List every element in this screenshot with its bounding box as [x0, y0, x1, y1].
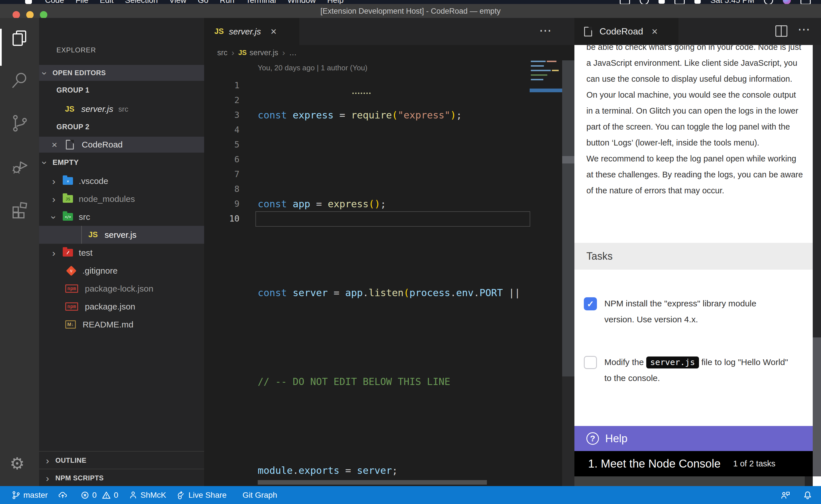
menu-go[interactable]: Go	[198, 0, 209, 4]
settings-gear-icon[interactable]: ⚙	[10, 454, 24, 474]
codelens-annotation[interactable]: You, 20 days ago | 1 author (You)	[258, 63, 367, 72]
scrollbar-thumb[interactable]	[562, 156, 574, 163]
code-line-5: const server = app.listen(process.env.PO…	[258, 285, 530, 300]
account-status[interactable]: ShMcK	[128, 491, 166, 500]
run-debug-icon[interactable]	[10, 157, 29, 176]
tree-item-package-json[interactable]: npm package.json	[39, 298, 204, 315]
menu-view[interactable]: View	[169, 0, 186, 4]
group1-label: GROUP 1	[56, 86, 89, 94]
checkbox-checked[interactable]: ✓	[584, 297, 597, 310]
menu-terminal[interactable]: Terminal	[246, 0, 276, 4]
tree-item-gitignore[interactable]: ⑂ .gitignore	[39, 262, 204, 280]
editor-tab-bar: JS server.js × ⋯	[204, 18, 574, 45]
breadcrumb-separator-icon: ›	[282, 48, 285, 58]
zoom-window-button[interactable]	[40, 11, 47, 19]
play-status-icon[interactable]	[659, 0, 665, 4]
tree-item-node-modules[interactable]: › JS node_modules	[39, 190, 204, 208]
horizontal-scrollbar-thumb[interactable]	[258, 480, 487, 485]
section-outline[interactable]: › OUTLINE	[39, 451, 204, 469]
close-tab-icon[interactable]: ×	[652, 26, 658, 37]
minimap[interactable]	[530, 61, 562, 101]
file-icon	[584, 27, 592, 36]
git-branch-status[interactable]: master	[11, 491, 48, 500]
tab-server-js[interactable]: JS server.js ×	[204, 18, 299, 45]
tab-coderoad[interactable]: CodeRoad ×	[574, 18, 679, 45]
code-editor-content[interactable]: const express = require("express"); cons…	[258, 78, 530, 486]
siri-icon[interactable]	[783, 0, 791, 4]
keyboard-status-icon[interactable]	[620, 0, 630, 4]
tree-item-src[interactable]: › </> src	[39, 208, 204, 226]
menu-edit[interactable]: Edit	[100, 0, 113, 4]
panel-more-actions-icon[interactable]: ⋯	[798, 23, 810, 36]
feedback-icon[interactable]	[781, 490, 790, 500]
notifications-bell-icon[interactable]	[803, 490, 812, 500]
extensions-icon[interactable]	[10, 200, 29, 219]
editor-actions-more-icon[interactable]: ⋯	[539, 24, 551, 37]
check-icon: ✓	[587, 299, 594, 309]
split-editor-icon[interactable]	[775, 25, 787, 37]
help-bar[interactable]: ? Help	[574, 426, 813, 451]
src-folder-icon: </>	[63, 213, 73, 221]
battery-status-icon[interactable]	[695, 0, 701, 4]
menu-window[interactable]: Window	[287, 0, 316, 4]
section-workspace-empty[interactable]: › EMPTY	[39, 154, 204, 170]
tree-item-server-js[interactable]: JS server.js	[39, 226, 204, 244]
tree-item-label: README.md	[83, 320, 133, 329]
shield-status-icon[interactable]	[640, 0, 649, 4]
display-status-icon[interactable]	[675, 0, 685, 4]
panel-tab-bar: CodeRoad × ⋯	[574, 18, 821, 45]
breadcrumb[interactable]: src › JS server.js › …	[204, 45, 574, 60]
section-npm-scripts[interactable]: › NPM SCRIPTS	[39, 469, 204, 486]
git-graph-button[interactable]: Git Graph	[243, 491, 277, 500]
code-line-2	[258, 152, 530, 167]
sync-changes-button[interactable]	[58, 491, 70, 500]
problems-status[interactable]: 0 0	[80, 491, 118, 500]
minimap-line	[547, 61, 556, 62]
minimap-slider[interactable]	[530, 89, 562, 92]
close-tab-icon[interactable]: ×	[271, 26, 277, 37]
menu-selection[interactable]: Selection	[125, 0, 158, 4]
minimize-window-button[interactable]	[26, 11, 34, 19]
webview-scrollbar-thumb[interactable]	[813, 337, 821, 476]
chevron-right-icon: ›	[46, 456, 49, 465]
lesson-paragraph: be able to check what's going on in your…	[586, 45, 804, 151]
breadcrumb-server-js[interactable]: server.js	[250, 48, 278, 57]
tree-item-label: .vscode	[79, 176, 108, 186]
menu-help[interactable]: Help	[327, 0, 344, 4]
control-center-icon[interactable]	[800, 0, 811, 4]
editor-scrollbar[interactable]	[562, 60, 574, 376]
explorer-icon[interactable]	[10, 29, 29, 48]
warning-count: 0	[114, 491, 118, 500]
vscode-window: Code File Edit Selection View Go Run Ter…	[0, 0, 821, 504]
source-control-icon[interactable]	[10, 114, 29, 133]
minimap-line	[531, 74, 547, 76]
live-share-button[interactable]: Live Share	[176, 491, 227, 500]
tree-item-vscode[interactable]: › ✕ .vscode	[39, 172, 204, 190]
error-icon	[80, 491, 89, 500]
lesson-title: 1. Meet the Node Console	[588, 457, 721, 470]
close-icon[interactable]: ×	[52, 140, 57, 149]
breadcrumb-src[interactable]: src	[217, 48, 228, 57]
breadcrumb-symbol[interactable]: …	[289, 48, 297, 57]
task-item-2: Modify the server.js file to log "Hello …	[584, 354, 789, 386]
tree-item-label: .gitignore	[82, 266, 117, 276]
apple-logo-icon[interactable]	[25, 0, 32, 4]
checkbox-unchecked[interactable]	[584, 356, 597, 369]
status-bar: master 0 0 ShMcK Live Share Git Graph	[0, 486, 821, 504]
open-editor-coderoad[interactable]: × CodeRoad	[39, 137, 204, 153]
markdown-icon: M↓	[65, 320, 76, 329]
spotlight-icon[interactable]	[764, 0, 773, 4]
editor-group: JS server.js × ⋯ src › JS server.js › … …	[204, 18, 574, 486]
close-window-button[interactable]	[13, 11, 20, 19]
section-open-editors[interactable]: › OPEN EDITORS	[39, 65, 204, 81]
menu-code[interactable]: Code	[45, 0, 64, 4]
tree-item-test[interactable]: › ⌇ test	[39, 244, 204, 262]
tree-item-package-lock[interactable]: npm package-lock.json	[39, 280, 204, 298]
open-editor-server-js[interactable]: JS server.js src	[39, 100, 204, 118]
tree-item-readme[interactable]: M↓ README.md	[39, 315, 204, 333]
menu-bar-clock[interactable]: Sat 5:45 PM	[710, 0, 754, 4]
menu-run[interactable]: Run	[220, 0, 234, 4]
search-icon[interactable]	[10, 71, 29, 89]
menu-file[interactable]: File	[75, 0, 88, 4]
warning-icon	[102, 491, 111, 500]
